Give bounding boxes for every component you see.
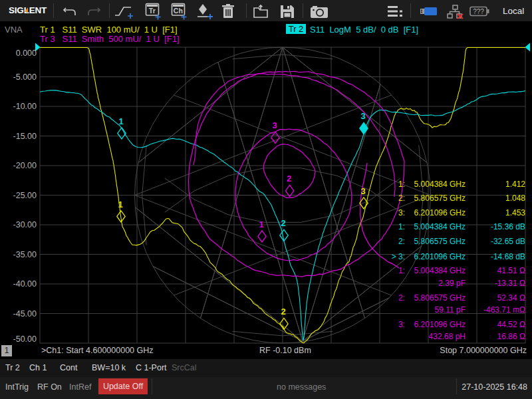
svg-text:3: 3 [272, 120, 277, 130]
svg-text:-5.000: -5.000 [13, 72, 37, 82]
svg-text:6.201096 GHz: 6.201096 GHz [414, 320, 466, 329]
svg-text:-30.00: -30.00 [13, 220, 37, 229]
svg-text:-25.00: -25.00 [13, 191, 37, 200]
svg-text:5.004384 GHz: 5.004384 GHz [414, 180, 466, 189]
svg-text:6.201096 GHz: 6.201096 GHz [414, 252, 466, 261]
svg-text:2.39 pF: 2.39 pF [438, 279, 466, 288]
svg-text:1:: 1: [398, 180, 405, 189]
svg-text:3:: 3: [398, 320, 405, 329]
svg-text:44.52 Ω: 44.52 Ω [497, 320, 525, 329]
svg-text:3: 3 [360, 111, 365, 121]
svg-text:5.806575 GHz: 5.806575 GHz [414, 194, 466, 203]
svg-text:-14.68 dB: -14.68 dB [491, 252, 525, 261]
svg-text:1: 1 [259, 219, 263, 229]
svg-text:-40.00: -40.00 [13, 279, 37, 289]
svg-text:-15.00: -15.00 [13, 132, 37, 141]
svg-text:2: 2 [287, 174, 291, 184]
svg-text:-50.00: -50.00 [13, 334, 37, 344]
svg-text:2: 2 [281, 307, 285, 317]
svg-text:2:: 2: [398, 237, 405, 246]
svg-text:16.86 Ω: 16.86 Ω [497, 332, 525, 341]
svg-text:1:: 1: [398, 266, 405, 275]
svg-text:5.806575 GHz: 5.806575 GHz [414, 237, 466, 246]
svg-text:> 3:: > 3: [392, 252, 405, 261]
svg-text:432.68 pH: 432.68 pH [429, 332, 466, 341]
svg-text:-15.36 dB: -15.36 dB [491, 222, 525, 231]
svg-text:1: 1 [118, 116, 123, 126]
svg-text:1.453: 1.453 [505, 208, 525, 217]
svg-text:-13.31 Ω: -13.31 Ω [495, 279, 525, 288]
svg-text:5.806575 GHz: 5.806575 GHz [414, 293, 466, 303]
svg-text:-20.00: -20.00 [13, 161, 37, 170]
svg-text:1: 1 [118, 200, 122, 209]
svg-text:5.004384 GHz: 5.004384 GHz [414, 222, 466, 231]
svg-text:-35.00: -35.00 [13, 250, 37, 259]
svg-text:41.51 Ω: 41.51 Ω [497, 266, 525, 275]
svg-text:52.34 Ω: 52.34 Ω [497, 293, 525, 303]
svg-text:1.412: 1.412 [505, 180, 525, 189]
svg-text:5.004384 GHz: 5.004384 GHz [414, 266, 466, 275]
svg-text:1:: 1: [398, 222, 405, 231]
svg-text:3:: 3: [398, 208, 405, 217]
svg-text:2: 2 [281, 218, 285, 228]
svg-text:0.000: 0.000 [16, 49, 37, 58]
svg-text:-463.71 mΩ: -463.71 mΩ [483, 305, 525, 315]
svg-text:-10.00: -10.00 [13, 102, 37, 111]
svg-text:3: 3 [360, 186, 365, 196]
svg-text:2:: 2: [398, 194, 405, 203]
svg-text:6.201096 GHz: 6.201096 GHz [414, 208, 466, 217]
svg-text:1.048: 1.048 [505, 194, 525, 203]
svg-text:-45.00: -45.00 [13, 309, 37, 319]
svg-text:2:: 2: [398, 293, 405, 303]
svg-text:-32.65 dB: -32.65 dB [491, 237, 525, 246]
svg-text:59.11 pF: 59.11 pF [435, 305, 466, 315]
